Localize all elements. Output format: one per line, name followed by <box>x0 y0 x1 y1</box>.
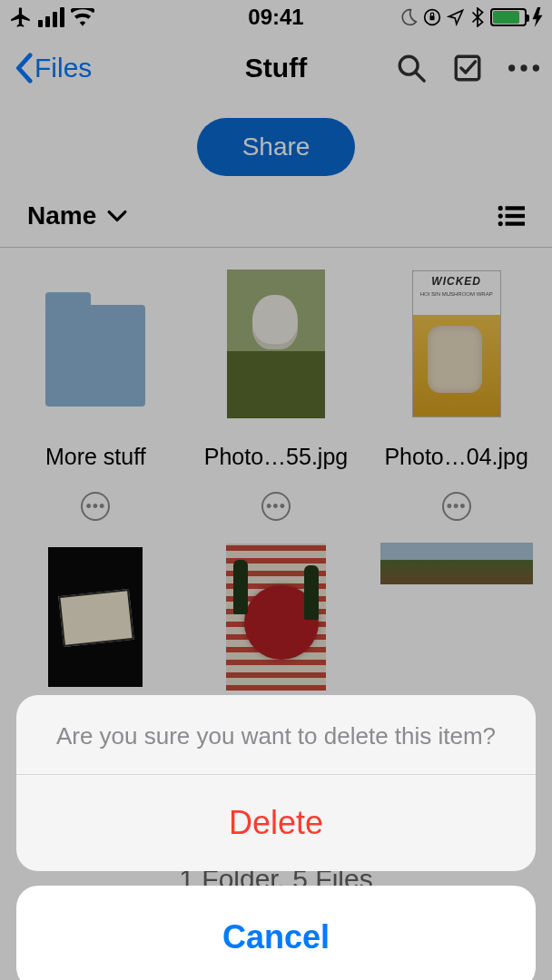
screen: 09:41 <box>0 0 552 980</box>
chevron-down-icon <box>107 210 127 222</box>
grid-item[interactable] <box>9 543 182 691</box>
sort-row: Name <box>0 201 552 248</box>
svg-rect-15 <box>506 214 525 218</box>
photo-thumbnail <box>45 543 145 691</box>
svg-point-12 <box>498 206 503 211</box>
grid-item[interactable] <box>190 543 363 691</box>
grid-item[interactable] <box>370 543 543 691</box>
status-time: 09:41 <box>0 5 552 30</box>
svg-rect-13 <box>506 206 525 210</box>
thumb-brand: WICKED <box>413 275 500 288</box>
delete-button[interactable]: Delete <box>16 775 536 871</box>
svg-point-16 <box>498 221 503 226</box>
thumb-subtitle: HOI SIN MUSHROOM WRAP <box>413 291 500 297</box>
content-layer: 09:41 <box>0 0 552 713</box>
nav-bar: Files Stuff <box>0 34 552 102</box>
sheet-message: Are you sure you want to delete this ite… <box>16 695 536 775</box>
page-title: Stuff <box>0 53 552 83</box>
sort-dropdown[interactable]: Name <box>27 201 127 230</box>
share-row: Share <box>0 102 552 201</box>
photo-thumbnail <box>226 543 326 691</box>
battery-icon <box>490 8 527 26</box>
grid-item[interactable]: More stuff ••• <box>9 270 182 521</box>
file-grid: More stuff ••• Photo…55.jpg ••• WICKED H… <box>0 248 552 713</box>
svg-rect-17 <box>506 221 525 225</box>
list-view-icon[interactable] <box>498 205 525 227</box>
share-button[interactable]: Share <box>197 118 356 176</box>
item-name: Photo…55.jpg <box>204 444 348 470</box>
item-more-icon[interactable]: ••• <box>442 492 471 521</box>
grid-item[interactable]: WICKED HOI SIN MUSHROOM WRAP Photo…04.jp… <box>370 270 543 521</box>
cancel-button[interactable]: Cancel <box>16 886 536 980</box>
photo-thumbnail <box>226 270 326 418</box>
status-bar: 09:41 <box>0 0 552 34</box>
action-sheet: Are you sure you want to delete this ite… <box>16 695 536 980</box>
folder-icon <box>45 270 145 418</box>
item-name: More stuff <box>45 444 146 470</box>
item-more-icon[interactable]: ••• <box>261 492 291 521</box>
action-sheet-group: Are you sure you want to delete this ite… <box>16 695 536 871</box>
item-name: Photo…04.jpg <box>384 444 527 470</box>
sort-label-text: Name <box>27 201 96 230</box>
item-more-icon[interactable]: ••• <box>81 492 110 521</box>
grid-item[interactable]: Photo…55.jpg ••• <box>190 270 363 521</box>
svg-point-14 <box>498 213 503 218</box>
photo-thumbnail: WICKED HOI SIN MUSHROOM WRAP <box>407 270 507 418</box>
photo-thumbnail <box>380 543 534 584</box>
